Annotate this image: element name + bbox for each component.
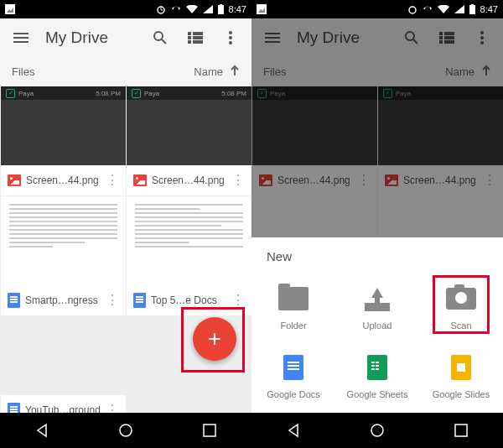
plus-icon: + (208, 326, 221, 352)
google-slides-icon (451, 355, 471, 380)
android-nav-bar (0, 413, 252, 448)
new-folder-button[interactable]: Folder (252, 275, 335, 344)
status-bar: 8:47 (0, 0, 252, 18)
battery-icon (469, 4, 475, 14)
file-more-icon[interactable]: ⋮ (231, 178, 245, 183)
svg-rect-17 (193, 36, 203, 39)
file-tile[interactable]: ✓Paya5:08 PM Screen…44.png⋮ (1, 86, 126, 195)
svg-rect-16 (193, 32, 203, 35)
sheet-title: New (252, 237, 503, 275)
file-tile[interactable]: Smartp…ngress⋮ (1, 196, 126, 315)
docs-icon (8, 293, 20, 308)
overflow-icon[interactable] (220, 27, 241, 49)
svg-point-24 (120, 425, 132, 436)
new-scan-button[interactable]: Scan (419, 275, 503, 344)
svg-point-21 (229, 41, 232, 44)
folder-icon (278, 287, 309, 310)
new-sheets-button[interactable]: Google Sheets (335, 344, 419, 413)
svg-rect-30 (469, 5, 475, 14)
signal-icon (203, 5, 213, 13)
file-label: Screen…44.png (26, 175, 101, 186)
nav-recent-icon[interactable] (184, 418, 235, 443)
file-grid: ✓Paya5:08 PM Screen…44.png⋮ ✓Paya5:08 PM… (0, 86, 252, 413)
svg-line-12 (162, 39, 166, 44)
fab-add-button[interactable]: + (193, 317, 236, 361)
new-slides-button[interactable]: Google Slides (419, 344, 503, 413)
file-tile[interactable]: YouTub…ground⋮ (1, 316, 126, 413)
wifi-icon (186, 5, 198, 13)
picture-icon (5, 4, 15, 14)
camera-icon (446, 288, 476, 310)
new-bottom-sheet: New Folder Upload Scan Google Docs Googl… (252, 237, 503, 413)
svg-rect-14 (188, 36, 191, 39)
loop-icon (171, 4, 181, 14)
nav-home-icon[interactable] (352, 418, 402, 443)
nav-back-icon[interactable] (17, 418, 67, 443)
signal-icon (454, 5, 464, 13)
sort-label[interactable]: Name (194, 65, 223, 78)
loop-icon (423, 4, 433, 14)
files-label: Files (12, 65, 34, 78)
nav-home-icon[interactable] (101, 418, 151, 443)
file-more-icon[interactable]: ⋮ (106, 298, 119, 303)
app-title: My Drive (45, 29, 136, 47)
app-bar: My Drive (0, 18, 252, 57)
sort-header: Files Name (0, 57, 252, 86)
nav-back-icon[interactable] (268, 418, 319, 443)
file-label: Top 5…e Docs (151, 294, 226, 306)
phone-right: 8:47 My Drive Files Name ✓Paya Screen…44… (252, 0, 503, 448)
svg-rect-26 (257, 4, 267, 14)
google-docs-icon (283, 355, 303, 380)
svg-marker-29 (454, 5, 464, 13)
nav-recent-icon[interactable] (436, 418, 486, 443)
svg-rect-31 (471, 4, 474, 5)
google-sheets-icon (367, 355, 387, 380)
svg-point-28 (409, 7, 416, 13)
hamburger-icon[interactable] (10, 27, 32, 49)
file-tile[interactable]: Top 5…e Docs⋮ (127, 196, 252, 315)
svg-rect-0 (5, 4, 15, 14)
wifi-icon (438, 5, 449, 13)
new-upload-button[interactable]: Upload (335, 275, 419, 344)
file-more-icon[interactable]: ⋮ (106, 408, 119, 413)
android-nav-bar (252, 413, 503, 448)
file-label: YouTub…ground (25, 404, 101, 413)
svg-rect-6 (218, 5, 224, 14)
alarm-icon (156, 4, 166, 14)
svg-rect-18 (193, 40, 203, 44)
svg-rect-25 (204, 425, 215, 436)
alarm-icon (407, 4, 417, 14)
svg-point-11 (154, 32, 163, 40)
picture-icon (257, 4, 267, 14)
battery-icon (218, 4, 224, 14)
file-tile[interactable]: ✓Paya5:08 PM Screen…44.png⋮ (127, 86, 252, 195)
status-bar: 8:47 (252, 0, 503, 18)
svg-rect-15 (188, 40, 191, 44)
svg-rect-13 (188, 32, 191, 35)
svg-marker-47 (289, 425, 298, 436)
image-icon (133, 175, 147, 186)
view-toggle-icon[interactable] (184, 27, 206, 49)
status-time: 8:47 (480, 4, 498, 14)
new-docs-button[interactable]: Google Docs (252, 344, 335, 413)
svg-point-48 (371, 425, 383, 436)
svg-rect-49 (455, 425, 467, 436)
status-time: 8:47 (229, 4, 246, 14)
svg-marker-5 (203, 5, 213, 13)
docs-icon (133, 293, 146, 308)
svg-point-20 (229, 36, 232, 39)
file-more-icon[interactable]: ⋮ (231, 298, 245, 303)
docs-icon (8, 403, 20, 413)
svg-marker-23 (38, 425, 46, 436)
phone-left: 8:47 My Drive Files Name ✓Paya5:08 PM Sc… (0, 0, 252, 448)
file-label: Smartp…ngress (25, 294, 101, 306)
arrow-up-icon[interactable] (230, 65, 240, 79)
upload-icon (365, 288, 390, 310)
image-icon (8, 175, 21, 186)
svg-rect-7 (220, 4, 222, 5)
file-more-icon[interactable]: ⋮ (106, 178, 119, 183)
search-icon[interactable] (149, 27, 171, 49)
svg-point-19 (229, 31, 232, 34)
file-label: Screen…44.png (152, 175, 226, 186)
